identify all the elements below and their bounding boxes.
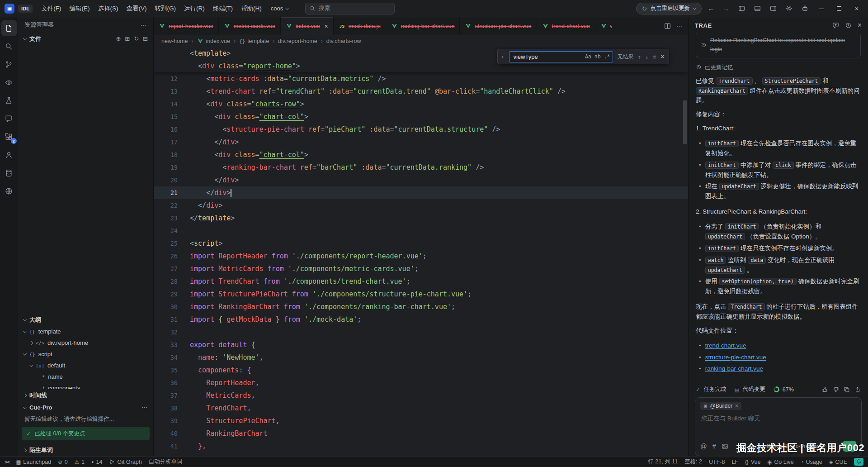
breadcrumb-item-div.report-home[interactable]: div.report-home: [278, 38, 317, 44]
toggle-bottom-panel-icon[interactable]: [751, 3, 763, 14]
new-chat-icon[interactable]: [832, 22, 839, 29]
workspace-switcher[interactable]: coos: [267, 3, 292, 14]
export-icon[interactable]: [854, 386, 861, 393]
code-line[interactable]: 37 MetricCards,: [154, 389, 688, 402]
activity-remote-explorer[interactable]: [1, 183, 17, 199]
conversation-history-item[interactable]: Refactor RankingBarChart to separate ini…: [696, 33, 861, 58]
activity-extensions[interactable]: 2: [1, 129, 17, 145]
breadcrumb-item-index.vue[interactable]: index.vue: [197, 38, 230, 45]
status-warnings[interactable]: ⚠1: [75, 459, 85, 465]
restart-to-update-button[interactable]: ↻ 点击重启以更新: [636, 3, 702, 14]
file-link[interactable]: ranking-bar-chart.vue: [705, 365, 763, 372]
outline-item-template[interactable]: {}template: [18, 326, 153, 337]
code-line[interactable]: 13 <trend-chart ref="trendChart" :data="…: [154, 85, 688, 98]
status-cue[interactable]: ◈CUE: [829, 459, 847, 465]
menu-view[interactable]: 查看(V): [123, 2, 151, 15]
status-changes[interactable]: ●14: [91, 459, 102, 465]
unknown-words-section-header[interactable]: 陌生单词: [18, 444, 153, 456]
regex-icon[interactable]: .*: [604, 53, 610, 60]
breadcrumb-item-new-home[interactable]: new-home: [161, 38, 188, 44]
history-icon[interactable]: [845, 22, 852, 29]
image-icon[interactable]: [722, 443, 728, 450]
cuepro-section-header[interactable]: Cue-Pro ⋯: [18, 401, 153, 414]
code-line[interactable]: 27import MetricCards from './components/…: [154, 262, 688, 275]
menu-go[interactable]: 转到(G): [151, 2, 180, 15]
menu-terminal[interactable]: 终端(T): [209, 2, 237, 15]
thumbs-down-icon[interactable]: [833, 386, 839, 393]
context-chip-builder[interactable]: ▣ @Builder ×: [700, 402, 741, 410]
code-line[interactable]: 34 name: 'NewHome',: [154, 351, 688, 364]
code-line[interactable]: 29import StructurePieChart from './compo…: [154, 288, 688, 300]
close-tab-icon[interactable]: ×: [325, 23, 328, 30]
files-section-header[interactable]: 文件 ⊕ ⊞ ↻ ⊟: [18, 33, 153, 45]
code-line[interactable]: 23</template>: [154, 212, 688, 224]
tab-vi[interactable]: vi: [595, 17, 612, 35]
code-line[interactable]: 21 </div>: [154, 186, 688, 199]
code-line[interactable]: 36 ReportHeader,: [154, 376, 688, 389]
hash-icon[interactable]: #: [712, 443, 716, 450]
maximize-button[interactable]: [832, 2, 846, 15]
copy-icon[interactable]: [844, 386, 850, 393]
menu-selection[interactable]: 选择(S): [94, 2, 123, 15]
close-panel-icon[interactable]: ×: [858, 21, 862, 29]
ai-assistant-icon[interactable]: [799, 3, 811, 14]
collapse-folders-icon[interactable]: ⊟: [143, 35, 148, 42]
code-line[interactable]: 20 </div>: [154, 174, 688, 186]
status-eol[interactable]: LF: [731, 459, 738, 465]
cuepro-more-icon[interactable]: ⋯: [142, 404, 148, 411]
status-git-graph[interactable]: Git Graph: [109, 459, 142, 465]
mention-icon[interactable]: @: [700, 443, 707, 450]
remove-context-icon[interactable]: ×: [735, 403, 738, 409]
activity-search[interactable]: [1, 38, 17, 54]
chat-input-placeholder[interactable]: 您正在与 Builder 聊天: [701, 415, 855, 423]
tab-report-header.vue[interactable]: report-header.vue: [154, 17, 219, 35]
app-logo-icon[interactable]: ▣: [5, 4, 14, 14]
editor-more-actions-icon[interactable]: ⋯: [676, 23, 683, 29]
status-launchpad[interactable]: ▦Launchpad: [16, 459, 51, 465]
toggle-right-sidebar-icon[interactable]: [767, 3, 779, 14]
find-next-icon[interactable]: ↓: [645, 53, 649, 60]
activity-chat[interactable]: [1, 110, 17, 127]
status-notifications[interactable]: [854, 458, 863, 466]
outline-section-header[interactable]: 大纲: [18, 314, 153, 326]
activity-tests[interactable]: [1, 92, 17, 109]
back-button[interactable]: ←: [706, 5, 717, 12]
outline-item-components[interactable]: *components: [18, 382, 153, 389]
tab-index.vue[interactable]: index.vue×: [281, 17, 334, 35]
status-usage[interactable]: ◔Usage: [801, 459, 822, 465]
timeline-section-header[interactable]: 时间线: [18, 389, 153, 401]
breadcrumb-item-template[interactable]: {}template: [239, 38, 269, 44]
outline-item-script[interactable]: {}script: [18, 348, 153, 360]
status-errors[interactable]: ⊘0: [58, 459, 68, 465]
tab-mock-data.js[interactable]: JSmock-data.js: [334, 17, 386, 35]
code-line[interactable]: 28import TrendChart from './components/t…: [154, 275, 688, 288]
activity-explorer[interactable]: [1, 20, 17, 36]
menu-help[interactable]: 帮助(H): [237, 2, 266, 15]
find-in-selection-icon[interactable]: ≡: [653, 53, 656, 60]
code-changes-label[interactable]: 代码变更: [743, 386, 765, 393]
match-case-icon[interactable]: Aa: [585, 53, 591, 60]
code-line[interactable]: 17 </div>: [154, 136, 688, 148]
menu-edit[interactable]: 编辑(E): [66, 2, 94, 15]
code-line[interactable]: 14 <div class="charts-row">: [154, 98, 688, 110]
gear-icon[interactable]: [783, 3, 795, 14]
activity-accounts[interactable]: [1, 147, 17, 163]
status-indentation[interactable]: 空格: 2: [684, 458, 702, 466]
code-line[interactable]: 16 <structure-pie-chart ref="pieChart" :…: [154, 123, 688, 136]
changes-processed-banner[interactable]: ✓ 已处理 0/0 个变更点: [22, 427, 150, 440]
status-remote-indicator[interactable]: ><: [5, 459, 9, 465]
code-line[interactable]: 24: [154, 224, 688, 237]
tab-metric-cards.vue[interactable]: metric-cards.vue: [219, 17, 281, 35]
tab-trend-chart.vue[interactable]: trend-chart.vue: [537, 17, 595, 35]
code-editor[interactable]: › Aa ab .* 无结果 ↑ ↓ ≡ × <templa: [154, 47, 688, 456]
file-link[interactable]: trend-chart.vue: [705, 342, 746, 349]
status-encoding[interactable]: UTF-8: [709, 459, 725, 465]
code-line[interactable]: 15 <div class="chart-col">: [154, 110, 688, 123]
code-line[interactable]: 19 <ranking-bar-chart ref="barChart" :da…: [154, 161, 688, 174]
code-line[interactable]: 33export default {: [154, 338, 688, 351]
more-actions-icon[interactable]: ⋯: [141, 22, 147, 29]
new-folder-icon[interactable]: ⊞: [125, 35, 130, 42]
close-button[interactable]: ×: [850, 2, 863, 15]
file-link[interactable]: structure-pie-chart.vue: [705, 354, 766, 361]
code-line[interactable]: 30import RankingBarChart from './compone…: [154, 300, 688, 313]
